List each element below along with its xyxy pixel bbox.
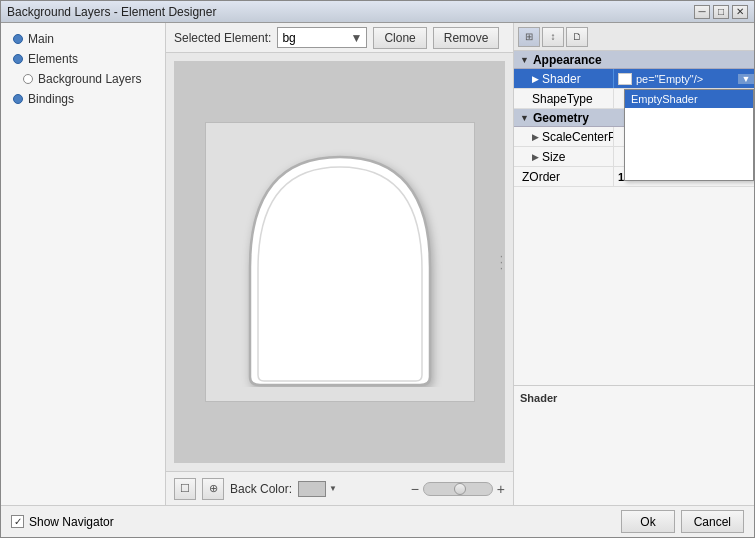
minimize-button[interactable]: ─: [694, 5, 710, 19]
shader-expand-arrow: ▶: [532, 74, 539, 84]
title-bar: Background Layers - Element Designer ─ □…: [1, 1, 754, 23]
nav-item-bindings[interactable]: Bindings: [1, 89, 165, 109]
size-label: Size: [542, 150, 565, 164]
window-controls: ─ □ ✕: [694, 5, 748, 19]
clone-button[interactable]: Clone: [373, 27, 426, 49]
canvas-area: ···: [174, 61, 505, 463]
nav-circle-elements: [13, 54, 23, 64]
shader-label: Shader: [542, 72, 581, 86]
nav-background-layers-label: Background Layers: [38, 72, 141, 86]
appearance-section-header: ▼ Appearance: [514, 51, 754, 69]
size-expand-arrow: ▶: [532, 152, 539, 162]
show-navigator-container: ✓ Show Navigator: [11, 515, 114, 529]
nav-item-main[interactable]: Main: [1, 29, 165, 49]
combo-arrow-icon: ▼: [351, 31, 363, 45]
shapetype-label: ShapeType: [532, 92, 593, 106]
appearance-collapse-arrow[interactable]: ▼: [520, 55, 529, 65]
nav-circle-bg-layers: [23, 74, 33, 84]
shader-value-text: pe="Empty"/>: [634, 73, 738, 85]
selected-element-label: Selected Element:: [174, 31, 271, 45]
shader-dropdown-btn[interactable]: ▼: [738, 74, 754, 84]
dropdown-option-opacity-shader[interactable]: OpacityShader: [625, 126, 753, 144]
selected-element-value: bg: [282, 31, 295, 45]
nav-item-elements[interactable]: Elements: [1, 49, 165, 69]
nav-circle-main: [13, 34, 23, 44]
zoom-slider[interactable]: [423, 482, 493, 496]
zorder-name: ZOrder: [514, 167, 614, 186]
center-panel: Selected Element: bg ▼ Clone Remove: [166, 23, 514, 505]
shader-color-swatch: [618, 73, 632, 85]
props-bottom: Shader: [514, 385, 754, 505]
props-grid: ▼ Appearance ▶ Shader pe="Empty"/> ▼: [514, 51, 754, 385]
color-dropdown-arrow[interactable]: ▼: [329, 484, 337, 493]
close-button[interactable]: ✕: [732, 5, 748, 19]
color-swatch-container: ▼: [298, 481, 337, 497]
left-nav-panel: Main Elements Background Layers Bindings: [1, 23, 166, 505]
color-swatch[interactable]: [298, 481, 326, 497]
right-properties-panel: ⊞ ↕ 🗋 ▼ Appearance ▶ Shader: [514, 23, 754, 505]
show-navigator-checkbox[interactable]: ✓: [11, 515, 24, 528]
geometry-collapse-arrow[interactable]: ▼: [520, 113, 529, 123]
scalecenterpos-name: ▶ ScaleCenterPos: [514, 127, 614, 146]
add-icon-btn[interactable]: ⊕: [202, 478, 224, 500]
scp-expand-arrow: ▶: [532, 132, 539, 142]
shader-name: ▶ Shader: [514, 69, 614, 88]
center-bottom-toolbar: ☐ ⊕ Back Color: ▼ − +: [166, 471, 513, 505]
show-navigator-label: Show Navigator: [29, 515, 114, 529]
geometry-label: Geometry: [533, 111, 589, 125]
remove-button[interactable]: Remove: [433, 27, 500, 49]
dropdown-option-gray-shader[interactable]: GrayShader: [625, 108, 753, 126]
zoom-minus-icon[interactable]: −: [411, 481, 419, 497]
scalecenterpos-label: ScaleCenterPos: [542, 130, 614, 144]
dropdown-option-empty-shader[interactable]: EmptyShader: [625, 90, 753, 108]
shape-container: [205, 122, 475, 402]
resize-handle[interactable]: ···: [500, 254, 503, 270]
shader-value-cell: pe="Empty"/> ▼: [614, 69, 754, 88]
props-toolbar: ⊞ ↕ 🗋: [514, 23, 754, 51]
props-bottom-title: Shader: [520, 392, 748, 404]
props-grid-icon-btn[interactable]: ⊞: [518, 27, 540, 47]
shape-svg: [220, 137, 460, 387]
zoom-thumb[interactable]: [454, 483, 466, 495]
shader-value-container: pe="Empty"/> ▼: [618, 73, 754, 85]
cancel-button[interactable]: Cancel: [681, 510, 744, 533]
nav-elements-label: Elements: [28, 52, 78, 66]
nav-bindings-label: Bindings: [28, 92, 74, 106]
props-sort-icon-btn[interactable]: ↕: [542, 27, 564, 47]
back-color-label: Back Color:: [230, 482, 292, 496]
dropdown-option-style-shader[interactable]: StyleShader: [625, 144, 753, 162]
bottom-bar: ✓ Show Navigator Ok Cancel: [1, 505, 754, 537]
window-title: Background Layers - Element Designer: [7, 5, 216, 19]
frame-icon-btn[interactable]: ☐: [174, 478, 196, 500]
zoom-plus-icon[interactable]: +: [497, 481, 505, 497]
maximize-button[interactable]: □: [713, 5, 729, 19]
shapetype-name: ShapeType: [514, 89, 614, 108]
shader-row[interactable]: ▶ Shader pe="Empty"/> ▼ EmptyShader Gray: [514, 69, 754, 89]
zoom-slider-area: − +: [411, 481, 505, 497]
selected-element-combo[interactable]: bg ▼: [277, 27, 367, 48]
checkmark-icon: ✓: [14, 516, 22, 527]
appearance-label: Appearance: [533, 53, 602, 67]
bottom-buttons: Ok Cancel: [621, 510, 744, 533]
nav-circle-bindings: [13, 94, 23, 104]
props-page-icon-btn[interactable]: 🗋: [566, 27, 588, 47]
ok-button[interactable]: Ok: [621, 510, 674, 533]
main-content: Main Elements Background Layers Bindings…: [1, 23, 754, 505]
center-toolbar: Selected Element: bg ▼ Clone Remove: [166, 23, 513, 53]
nav-main-label: Main: [28, 32, 54, 46]
nav-item-background-layers[interactable]: Background Layers: [1, 69, 165, 89]
dropdown-option-complex-shader[interactable]: ComplexShader: [625, 162, 753, 180]
shader-dropdown-popup: EmptyShader GrayShader OpacityShader Sty…: [624, 89, 754, 181]
size-name: ▶ Size: [514, 147, 614, 166]
main-window: Background Layers - Element Designer ─ □…: [0, 0, 755, 538]
zorder-label: ZOrder: [522, 170, 560, 184]
